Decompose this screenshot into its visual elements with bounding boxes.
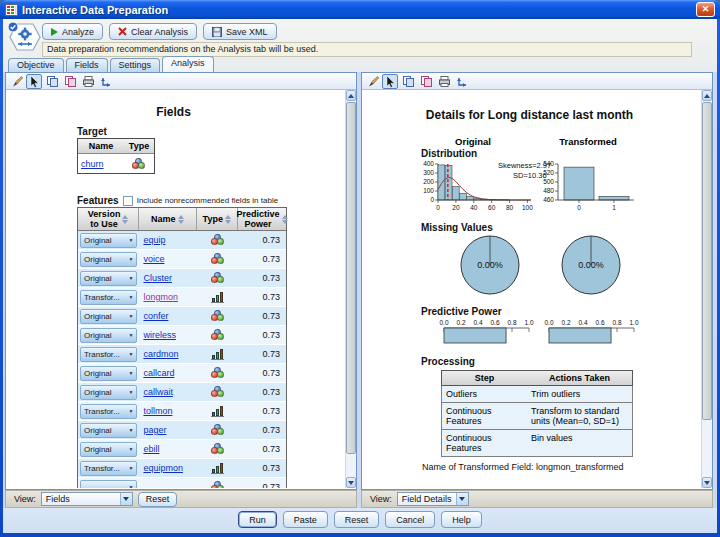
tab-strip: ObjectiveFieldsSettingsAnalysis <box>8 56 216 72</box>
copy-data-icon[interactable] <box>62 74 78 89</box>
run-button[interactable]: Run <box>238 511 277 528</box>
chevron-down-icon: ▼ <box>128 389 133 395</box>
tab-analysis[interactable]: Analysis <box>162 56 214 72</box>
svg-text:0.00%: 0.00% <box>578 260 604 270</box>
pivot-axes-icon[interactable] <box>98 74 114 89</box>
close-button[interactable]: ✕ <box>696 2 715 17</box>
target-section-label: Target <box>77 126 107 137</box>
header-type[interactable]: Type <box>197 208 238 230</box>
field-link[interactable]: equipmon <box>143 463 183 473</box>
details-view-value: Field Details <box>402 494 452 504</box>
chevron-down-icon: ▼ <box>128 332 133 338</box>
header-predictive-power[interactable]: PredictivePower <box>238 208 286 230</box>
print-icon[interactable] <box>436 74 452 89</box>
svg-text:0.4: 0.4 <box>578 319 587 326</box>
fields-panel: Fields Target Name Type churn Features <box>5 72 357 490</box>
field-link[interactable]: longmon <box>143 292 178 302</box>
version-dropdown[interactable]: Original▼ <box>80 309 137 324</box>
version-dropdown[interactable]: Original▼ <box>80 366 137 381</box>
feature-row: ▼0.73 <box>78 478 286 488</box>
reset-button[interactable]: Reset <box>334 511 380 528</box>
chevron-down-icon: ▼ <box>128 408 133 414</box>
details-view-select[interactable]: Field Details <box>397 492 469 506</box>
version-dropdown[interactable]: Original▼ <box>80 328 137 343</box>
processing-table: Step Actions Taken OutliersTrim outliers… <box>441 370 633 457</box>
field-link[interactable]: cardmon <box>143 349 178 359</box>
tab-objective[interactable]: Objective <box>8 58 64 72</box>
svg-text:480: 480 <box>543 187 554 194</box>
cancel-button[interactable]: Cancel <box>385 511 435 528</box>
nominal-type-icon <box>211 253 225 265</box>
sort-icon <box>122 215 128 224</box>
version-dropdown[interactable]: Original▼ <box>80 233 137 248</box>
version-dropdown[interactable]: Transfor...▼ <box>80 290 137 305</box>
processing-table-header: Step Actions Taken <box>441 370 633 386</box>
version-dropdown[interactable]: Transfor...▼ <box>80 404 137 419</box>
version-dropdown[interactable]: Original▼ <box>80 271 137 286</box>
predictive-power-label: Predictive Power <box>421 306 502 317</box>
help-button[interactable]: Help <box>441 511 482 528</box>
svg-text:460: 460 <box>543 196 554 203</box>
app-icon <box>5 4 18 16</box>
power-bar-transformed: 0.00.20.40.60.81.0 <box>541 317 643 351</box>
feature-row-confer: Original▼confer0.73 <box>78 307 286 326</box>
version-dropdown[interactable]: Transfor...▼ <box>80 347 137 362</box>
version-dropdown[interactable]: Original▼ <box>80 385 137 400</box>
version-dropdown[interactable]: Original▼ <box>80 442 137 457</box>
field-link[interactable]: pager <box>143 425 166 435</box>
field-link[interactable]: voice <box>143 254 164 264</box>
view-reset-button[interactable]: Reset <box>138 492 178 507</box>
feature-row-longmon: Transfor...▼longmon0.73 <box>78 288 286 307</box>
red-x-icon <box>118 27 127 36</box>
fields-scrollbar[interactable] <box>345 90 356 488</box>
tab-settings[interactable]: Settings <box>110 58 161 72</box>
copy-visualization-icon[interactable] <box>44 74 60 89</box>
svg-text:0.4: 0.4 <box>473 319 482 326</box>
include-nonrecommended-label: Include nonrecommended fields in table <box>137 196 278 205</box>
header-name[interactable]: Name <box>139 208 196 230</box>
scroll-down-icon[interactable] <box>702 477 712 488</box>
field-link[interactable]: tollmon <box>143 406 172 416</box>
svg-text:0.0: 0.0 <box>439 319 448 326</box>
print-icon[interactable] <box>80 74 96 89</box>
save-xml-button[interactable]: Save XML <box>203 23 277 40</box>
field-link[interactable]: callwait <box>143 387 173 397</box>
paste-button[interactable]: Paste <box>283 511 328 528</box>
window-title: Interactive Data Preparation <box>22 4 168 16</box>
clear-analysis-button[interactable]: Clear Analysis <box>109 23 197 40</box>
select-cursor-icon[interactable] <box>26 74 42 89</box>
chevron-down-icon: ▼ <box>128 275 133 281</box>
scrollbar-thumb[interactable] <box>346 102 356 454</box>
target-field-link[interactable]: churn <box>81 159 104 169</box>
field-link[interactable]: Cluster <box>143 273 172 283</box>
select-cursor-icon[interactable] <box>382 74 398 89</box>
version-dropdown[interactable]: Transfor...▼ <box>80 461 137 476</box>
version-dropdown[interactable]: ▼ <box>80 480 137 489</box>
details-scrollbar[interactable] <box>701 90 712 488</box>
copy-visualization-icon[interactable] <box>400 74 416 89</box>
svg-text:0.8: 0.8 <box>612 319 621 326</box>
tab-fields[interactable]: Fields <box>66 58 108 72</box>
field-link[interactable]: wireless <box>143 330 176 340</box>
top-toolbar-area: Analyze Clear Analysis Save XML Data pre… <box>3 19 717 72</box>
scrollbar-thumb[interactable] <box>702 102 712 420</box>
field-link[interactable]: equip <box>143 235 165 245</box>
pivot-axes-icon[interactable] <box>454 74 470 89</box>
style-brush-icon[interactable] <box>364 74 380 89</box>
chevron-down-icon: ▼ <box>128 427 133 433</box>
scroll-down-icon[interactable] <box>346 477 356 488</box>
scroll-up-icon[interactable] <box>702 90 712 101</box>
version-dropdown[interactable]: Original▼ <box>80 252 137 267</box>
fields-view-select[interactable]: Fields <box>41 492 133 506</box>
analyze-button[interactable]: Analyze <box>42 23 103 40</box>
field-link[interactable]: confer <box>143 311 168 321</box>
header-version-to-use[interactable]: Versionto Use <box>78 208 139 230</box>
target-table-header: Name Type <box>78 139 154 154</box>
field-link[interactable]: ebill <box>143 444 159 454</box>
scroll-up-icon[interactable] <box>346 90 356 101</box>
include-nonrecommended-checkbox[interactable] <box>123 196 133 206</box>
field-link[interactable]: callcard <box>143 368 174 378</box>
style-brush-icon[interactable] <box>8 74 24 89</box>
copy-data-icon[interactable] <box>418 74 434 89</box>
version-dropdown[interactable]: Original▼ <box>80 423 137 438</box>
